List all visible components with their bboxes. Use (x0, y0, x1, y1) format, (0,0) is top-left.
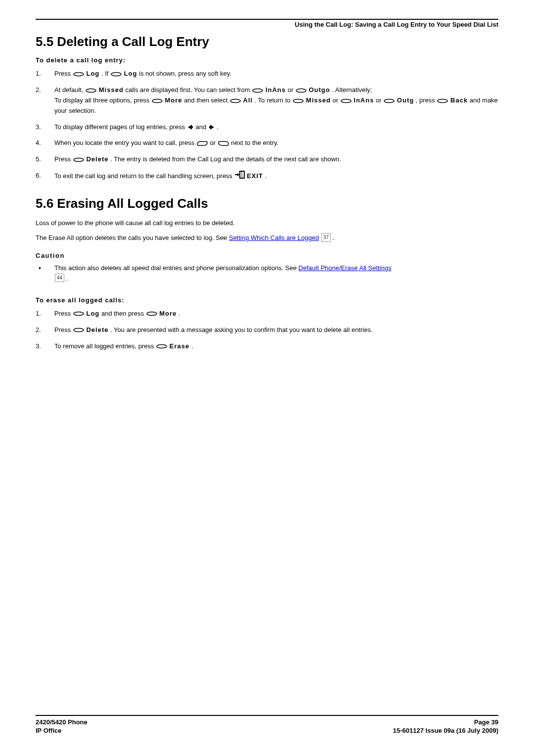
page-ref-37: 37 (321, 233, 331, 242)
svg-point-13 (74, 158, 84, 162)
text: . (66, 275, 68, 282)
text: and then select (184, 96, 229, 104)
svg-point-0 (74, 72, 84, 76)
svg-marker-11 (188, 125, 193, 130)
erase-p1: Loss of power to the phone will cause al… (36, 218, 498, 228)
erase-step-2: Press Delete . You are presented with a … (36, 325, 498, 335)
erase-steps: Press Log and then press More . Press De… (36, 309, 498, 352)
text: or (210, 139, 218, 146)
text: The Erase All option deletes the calls y… (36, 234, 229, 241)
exit-icon (234, 171, 245, 182)
footer-issue: 15-601127 Issue 09a (16 July 2009) (393, 726, 498, 735)
text: Press (54, 310, 73, 317)
softkey-label-more: More (159, 310, 177, 317)
breadcrumb: Using the Call Log: Saving a Call Log En… (295, 21, 498, 28)
softkey-icon (73, 155, 85, 165)
text: , press (416, 96, 437, 104)
exit-label: EXIT (247, 172, 263, 180)
delete-steps: Press Log . If Log is not shown, press a… (36, 69, 498, 182)
softkey-icon (73, 325, 85, 335)
step-1: Press Log . If Log is not shown, press a… (36, 69, 498, 79)
svg-point-21 (157, 345, 167, 348)
text: Press (54, 326, 73, 333)
erase-p2: The Erase All option deletes the calls y… (36, 233, 498, 243)
text: To display different pages of log entrie… (54, 123, 187, 131)
text: is not shown, press any soft key. (139, 70, 231, 77)
softkey-icon (151, 95, 163, 106)
footer-right: Page 39 15-601127 Issue 09a (16 July 200… (393, 718, 498, 735)
softkey-icon (437, 95, 448, 106)
softkey-icon (340, 95, 352, 106)
footer-left: 2420/5420 Phone IP Office (36, 718, 88, 735)
svg-point-18 (74, 312, 84, 316)
heading-5-6: 5.6 Erasing All Logged Calls (36, 196, 498, 211)
footer-page-number: Page 39 (393, 718, 498, 727)
softkey-icon (146, 309, 158, 319)
link-default-phone-erase[interactable]: Default Phone/Erase All Settings (299, 264, 392, 272)
softkey-icon (85, 85, 97, 95)
svg-point-7 (293, 99, 303, 102)
svg-point-4 (296, 89, 306, 92)
softkey-label-inans: InAns (354, 96, 374, 104)
delete-intro: To delete a call log entry: (36, 56, 498, 64)
step-3: To display different pages of log entrie… (36, 122, 498, 133)
text: and then press (101, 310, 146, 317)
text: calls are displayed first. You can selec… (125, 86, 252, 94)
text: . (332, 234, 334, 241)
text: or (288, 86, 295, 94)
document-page: Using the Call Log: Saving a Call Log En… (0, 0, 534, 756)
erase-step-1: Press Log and then press More . (36, 309, 498, 319)
text: To remove all logged entries, press (54, 342, 156, 350)
link-setting-calls-logged[interactable]: Setting Which Calls are Logged (229, 234, 319, 241)
caution-label: Caution (36, 252, 498, 259)
text: . (217, 123, 219, 131)
softkey-label-outgo: Outgo (309, 86, 330, 94)
softkey-label-more: More (165, 96, 182, 104)
text: . You are presented with a message askin… (110, 326, 372, 333)
softkey-icon (73, 309, 85, 319)
caution-item: This action also deletes all speed dial … (36, 263, 498, 283)
erase-intro: To erase all logged calls: (36, 296, 498, 304)
softkey-label-missed: Missed (99, 86, 124, 94)
page-ref-44: 44 (55, 274, 64, 283)
text: Press (54, 70, 73, 77)
svg-point-5 (152, 99, 162, 102)
erase-step-3: To remove all logged entries, press Eras… (36, 341, 498, 352)
heading-5-5: 5.5 Deleting a Call Log Entry (36, 34, 498, 49)
softkey-label-delete: Delete (86, 326, 108, 333)
text: When you locate the entry you want to ca… (54, 139, 196, 146)
step-4: When you locate the entry you want to ca… (36, 138, 498, 148)
text: To display all three options, press (54, 96, 151, 104)
step-5: Press Delete . The entry is deleted from… (36, 154, 498, 165)
svg-point-1 (111, 72, 121, 76)
softkey-icon (156, 341, 168, 352)
text: . The entry is deleted from the Call Log… (110, 155, 341, 163)
softkey-icon (252, 85, 264, 95)
caution-list: This action also deletes all speed dial … (36, 263, 498, 283)
footer-system: IP Office (36, 726, 88, 735)
text: or (333, 96, 340, 104)
svg-point-9 (384, 99, 394, 102)
text: . If (101, 70, 110, 77)
softkey-icon (292, 95, 304, 106)
softkey-icon (383, 95, 395, 106)
footer-product: 2420/5420 Phone (36, 718, 88, 727)
softkey-label-erase: Erase (170, 342, 189, 350)
svg-point-6 (230, 99, 240, 102)
svg-point-19 (147, 312, 157, 316)
softkey-label-delete: Delete (86, 155, 108, 163)
softkey-icon (295, 85, 307, 95)
svg-point-2 (86, 89, 96, 92)
text: To exit the call log and return to the c… (54, 172, 234, 180)
svg-point-8 (341, 99, 351, 102)
text: Press (54, 155, 73, 163)
arrow-left-icon (187, 123, 194, 131)
page-footer: 2420/5420 Phone IP Office Page 39 15-601… (36, 715, 498, 735)
softkey-label-outg: Outg (397, 96, 414, 104)
softkey-label-log: Log (124, 70, 137, 77)
text: or (376, 96, 383, 104)
softkey-left-icon (218, 139, 229, 149)
text: . (265, 172, 267, 180)
text: . (191, 342, 193, 350)
softkey-label-log: Log (86, 70, 99, 77)
